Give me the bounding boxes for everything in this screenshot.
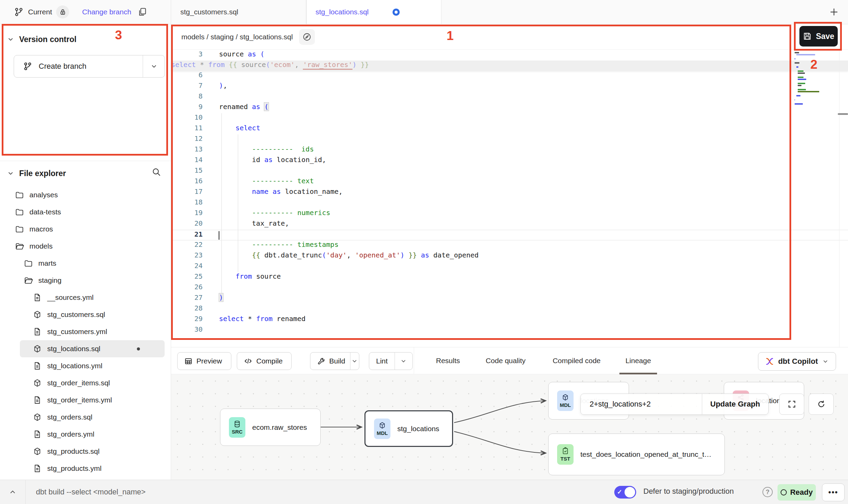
code-line-13[interactable]: 13 ---------- ids bbox=[171, 145, 848, 156]
code-token: , bbox=[295, 61, 303, 69]
save-button[interactable]: Save bbox=[799, 26, 838, 47]
more-options-button[interactable]: ••• bbox=[822, 483, 845, 501]
preview-label: Preview bbox=[196, 357, 222, 365]
lineage-node-test[interactable]: TST test_does_location_opened_at_trunc_t… bbox=[548, 434, 725, 475]
unsaved-dot bbox=[137, 347, 140, 350]
view-docs-icon[interactable] bbox=[299, 29, 315, 45]
file-item-stg_customers.sql[interactable]: stg_customers.sql bbox=[0, 306, 171, 323]
code-line-29[interactable]: 29select * from renamed bbox=[171, 315, 848, 325]
branch-zone[interactable]: Current Change branch bbox=[0, 0, 171, 24]
code-line-23[interactable]: 23 {{ dbt.date_trunc('day', 'opened_at')… bbox=[171, 251, 848, 262]
preview-button[interactable]: Preview bbox=[177, 352, 231, 370]
create-branch-button[interactable]: Create branch bbox=[14, 55, 165, 78]
code-token bbox=[269, 187, 273, 196]
compile-button[interactable]: Compile bbox=[237, 352, 292, 370]
code-line-28[interactable]: 28 bbox=[171, 304, 848, 315]
file-item-stg_order_items.yml[interactable]: stg_order_items.yml bbox=[0, 392, 171, 409]
selector-input[interactable]: 2+stg_locations+2 bbox=[581, 400, 702, 409]
minimap-line bbox=[796, 95, 801, 96]
code-line-ghost[interactable]: select * from {{ source('ecom', 'raw_sto… bbox=[171, 61, 848, 71]
lineage-node-stg-locations[interactable]: MDL stg_locations bbox=[364, 410, 453, 447]
code-line-26[interactable]: 26 bbox=[171, 283, 848, 293]
code-line-25[interactable]: 25 from source bbox=[171, 272, 848, 283]
code-line-30[interactable]: 30 bbox=[171, 325, 848, 336]
file-item-staging[interactable]: staging bbox=[0, 272, 171, 289]
doc-icon bbox=[33, 396, 42, 404]
code-line-18[interactable]: 18 bbox=[171, 198, 848, 209]
code-token: 'ecom' bbox=[270, 61, 295, 69]
code-line-11[interactable]: 11 select bbox=[171, 124, 848, 134]
code-token: source bbox=[252, 272, 281, 280]
build-dropdown[interactable] bbox=[350, 353, 359, 370]
file-item-stg_orders.sql[interactable]: stg_orders.sql bbox=[0, 409, 171, 426]
code-editor[interactable]: 3source as ( select * from {{ source('ec… bbox=[171, 50, 848, 348]
copilot-label: dbt Copilot bbox=[778, 357, 818, 366]
new-tab-button[interactable] bbox=[827, 5, 841, 19]
file-item-stg_order_items.sql[interactable]: stg_order_items.sql bbox=[0, 374, 171, 392]
lint-button[interactable]: Lint bbox=[369, 352, 413, 370]
file-label: macros bbox=[29, 225, 53, 233]
dbt-command-text[interactable]: dbt build --select <model_name> bbox=[36, 488, 145, 496]
code-line-27[interactable]: 27) bbox=[171, 293, 848, 304]
code-line-7[interactable]: 7), bbox=[171, 81, 848, 92]
file-item-analyses[interactable]: analyses bbox=[0, 186, 171, 203]
update-graph-button[interactable]: Update Graph bbox=[702, 394, 768, 414]
defer-toggle[interactable]: ✓ bbox=[614, 486, 636, 499]
code-line-22[interactable]: 22 ---------- timestamps bbox=[171, 240, 848, 251]
tab-compiled-code[interactable]: Compiled code bbox=[542, 347, 611, 374]
code-line-20[interactable]: 20 tax_rate, bbox=[171, 219, 848, 230]
tab-lineage[interactable]: Lineage bbox=[619, 347, 657, 374]
code-line-8[interactable]: 8 bbox=[171, 92, 848, 103]
code-token bbox=[417, 251, 421, 259]
code-line-15[interactable]: 15 bbox=[171, 166, 848, 177]
save-icon bbox=[803, 32, 812, 41]
tab-stg-customers-sql[interactable]: stg_customers.sql bbox=[171, 0, 306, 24]
file-item-stg_locations.yml[interactable]: stg_locations.yml bbox=[0, 357, 171, 374]
code-line-6[interactable]: 6 bbox=[171, 71, 848, 81]
code-line-24[interactable]: 24 bbox=[171, 262, 848, 272]
file-item-models[interactable]: models bbox=[0, 238, 171, 255]
file-item-stg_orders.yml[interactable]: stg_orders.yml bbox=[0, 426, 171, 443]
code-line-14[interactable]: 14 id as location_id, bbox=[171, 156, 848, 166]
code-line-3[interactable]: 3source as ( bbox=[171, 50, 848, 61]
create-branch-dropdown[interactable] bbox=[143, 55, 165, 77]
file-item-stg_products.yml[interactable]: stg_products.yml bbox=[0, 460, 171, 477]
search-icon[interactable] bbox=[152, 167, 161, 177]
code-line-16[interactable]: 16 ---------- text bbox=[171, 177, 848, 187]
help-icon[interactable]: ? bbox=[762, 487, 773, 497]
code-line-21[interactable]: 21 bbox=[171, 230, 848, 240]
build-button[interactable]: Build bbox=[310, 352, 359, 370]
code-line-12[interactable]: 12 bbox=[171, 134, 848, 145]
refresh-button[interactable] bbox=[809, 394, 834, 415]
tab-results[interactable]: Results bbox=[429, 347, 467, 374]
change-branch-link[interactable]: Change branch bbox=[82, 8, 131, 16]
file-explorer-header[interactable]: File explorer bbox=[0, 162, 171, 184]
copy-branch-icon[interactable] bbox=[138, 7, 147, 17]
code-line-10[interactable]: 10 bbox=[171, 113, 848, 124]
lineage-node-source[interactable]: SRC ecom.raw_stores bbox=[220, 409, 321, 446]
lineage-graph[interactable]: SRC ecom.raw_stores MDL stg_locations MD… bbox=[171, 375, 848, 480]
file-item-stg_products.sql[interactable]: stg_products.sql bbox=[0, 443, 171, 460]
dbt-copilot-button[interactable]: dbt Copilot bbox=[758, 352, 836, 371]
file-item-marts[interactable]: marts bbox=[0, 255, 171, 272]
fullscreen-button[interactable] bbox=[779, 394, 804, 415]
file-item-stg_locations.sql[interactable]: stg_locations.sql bbox=[20, 340, 165, 357]
table-icon bbox=[184, 357, 192, 365]
code-line-19[interactable]: 19 ---------- numerics bbox=[171, 209, 848, 219]
lint-dropdown[interactable] bbox=[395, 353, 412, 370]
minimap[interactable] bbox=[795, 52, 840, 107]
code-line-17[interactable]: 17 name as location_name, bbox=[171, 187, 848, 198]
tab-code-quality[interactable]: Code quality bbox=[477, 347, 534, 374]
current-branch-label: Current bbox=[28, 8, 52, 16]
file-item-data-tests[interactable]: data-tests bbox=[0, 203, 171, 221]
panel-resize-handle[interactable] bbox=[838, 113, 848, 115]
file-item-stg_customers.yml[interactable]: stg_customers.yml bbox=[0, 323, 171, 340]
status-badge[interactable]: Ready bbox=[778, 484, 816, 501]
expand-panel-button[interactable] bbox=[0, 488, 25, 496]
code-line-9[interactable]: 9renamed as ( bbox=[171, 103, 848, 113]
file-item-__sources.yml[interactable]: __sources.yml bbox=[0, 289, 171, 306]
file-item-macros[interactable]: macros bbox=[0, 221, 171, 238]
version-control-header[interactable]: Version control bbox=[0, 28, 171, 50]
tab-stg-locations-sql[interactable]: stg_locations.sql bbox=[306, 0, 441, 24]
lineage-selector[interactable]: 2+stg_locations+2 Update Graph bbox=[580, 394, 769, 415]
